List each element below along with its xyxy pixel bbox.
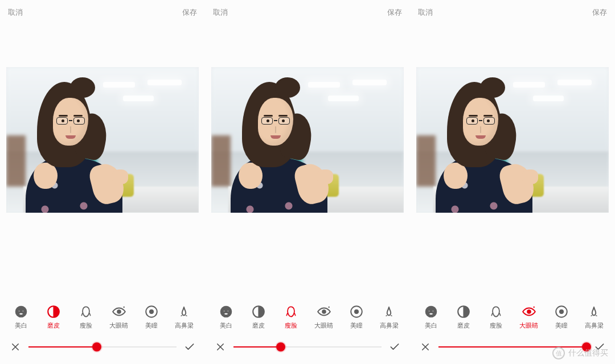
iris-icon — [349, 304, 364, 319]
confirm-icon[interactable] — [183, 341, 196, 353]
confirm-icon[interactable] — [388, 341, 401, 353]
beauty-tool-nose[interactable]: 高鼻梁 — [580, 304, 608, 330]
beauty-tool-smooth[interactable]: 磨皮 — [40, 304, 67, 330]
cancel-button[interactable]: 取消 — [8, 7, 23, 18]
beauty-tool-label: 美瞳 — [138, 321, 165, 330]
intensity-slider[interactable] — [233, 346, 382, 348]
beauty-tool-slim[interactable]: 瘦脸 — [72, 304, 100, 330]
beauty-tool-label: 美白 — [7, 321, 35, 330]
nose-icon — [382, 304, 396, 319]
slim-face-icon — [489, 304, 503, 319]
beauty-tool-label: 美瞳 — [548, 321, 575, 330]
beauty-tool-label: 磨皮 — [245, 321, 272, 330]
face-mask-icon — [219, 304, 233, 319]
slim-face-icon — [79, 304, 93, 319]
beauty-tool-label: 高鼻梁 — [375, 321, 403, 330]
editor-panel-3: 取消 保存 美白 — [410, 0, 615, 364]
beauty-tool-row: 美白 磨皮 瘦脸 大眼睛 美瞳 — [0, 304, 205, 330]
beauty-tool-pupil[interactable]: 美瞳 — [548, 304, 575, 330]
beauty-tool-label: 瘦脸 — [277, 321, 305, 330]
beauty-tool-eye[interactable]: 大眼睛 — [105, 304, 133, 330]
close-icon[interactable] — [9, 341, 22, 353]
beauty-tool-smooth[interactable]: 磨皮 — [450, 304, 477, 330]
editor-panel-1: 取消 保存 美白 — [0, 0, 205, 364]
face-mask-icon — [14, 304, 28, 319]
beauty-tool-label: 美白 — [417, 321, 445, 330]
photo-scene — [416, 67, 609, 213]
iris-icon — [144, 304, 159, 319]
beauty-tool-label: 瘦脸 — [482, 321, 510, 330]
beauty-tool-label: 磨皮 — [40, 321, 67, 330]
close-icon[interactable] — [419, 341, 432, 353]
contrast-icon — [46, 304, 61, 319]
save-button[interactable]: 保存 — [592, 7, 607, 18]
beauty-tool-slim[interactable]: 瘦脸 — [482, 304, 510, 330]
beauty-tool-nose[interactable]: 高鼻梁 — [375, 304, 403, 330]
eye-icon — [317, 304, 331, 319]
beauty-tool-eye[interactable]: 大眼睛 — [515, 304, 543, 330]
beauty-tool-pupil[interactable]: 美瞳 — [343, 304, 370, 330]
beauty-tool-slim[interactable]: 瘦脸 — [277, 304, 305, 330]
beauty-tool-eye[interactable]: 大眼睛 — [310, 304, 338, 330]
beauty-tool-label: 磨皮 — [450, 321, 477, 330]
nose-icon — [587, 304, 601, 319]
top-bar: 取消 保存 — [410, 0, 615, 20]
intensity-slider[interactable] — [28, 346, 177, 348]
beauty-tool-whiten[interactable]: 美白 — [417, 304, 445, 330]
top-bar: 取消 保存 — [0, 0, 205, 20]
intensity-slider-row — [205, 337, 410, 357]
photo-scene — [211, 67, 404, 213]
watermark-text: 什么值得买 — [568, 348, 608, 358]
save-button[interactable]: 保存 — [387, 7, 402, 18]
beauty-tool-smooth[interactable]: 磨皮 — [245, 304, 272, 330]
save-button[interactable]: 保存 — [182, 7, 197, 18]
triptych: 取消 保存 美白 — [0, 0, 615, 364]
watermark-badge: 值 — [552, 347, 565, 359]
beauty-tool-label: 高鼻梁 — [580, 321, 608, 330]
photo-preview[interactable] — [416, 67, 609, 213]
eye-icon — [522, 304, 536, 319]
photo-preview[interactable] — [6, 67, 199, 213]
contrast-icon — [456, 304, 471, 319]
photo-scene — [6, 67, 199, 213]
face-mask-icon — [424, 304, 438, 319]
nose-icon — [177, 304, 191, 319]
beauty-tool-label: 美瞳 — [343, 321, 370, 330]
beauty-tool-row: 美白 磨皮 瘦脸 大眼睛 美瞳 — [205, 304, 410, 330]
beauty-tool-label: 瘦脸 — [72, 321, 100, 330]
cancel-button[interactable]: 取消 — [418, 7, 433, 18]
beauty-tool-label: 高鼻梁 — [170, 321, 198, 330]
close-icon[interactable] — [214, 341, 227, 353]
eye-icon — [112, 304, 126, 319]
beauty-tool-nose[interactable]: 高鼻梁 — [170, 304, 198, 330]
cancel-button[interactable]: 取消 — [213, 7, 228, 18]
slim-face-icon — [284, 304, 298, 319]
iris-icon — [554, 304, 569, 319]
intensity-slider-row — [0, 337, 205, 357]
beauty-tool-label: 美白 — [212, 321, 240, 330]
beauty-tool-label: 大眼睛 — [515, 321, 543, 330]
beauty-tool-whiten[interactable]: 美白 — [212, 304, 240, 330]
beauty-tool-row: 美白 磨皮 瘦脸 大眼睛 美瞳 — [410, 304, 615, 330]
watermark: 值 什么值得买 — [552, 347, 608, 359]
photo-preview[interactable] — [211, 67, 404, 213]
beauty-tool-label: 大眼睛 — [310, 321, 338, 330]
top-bar: 取消 保存 — [205, 0, 410, 20]
contrast-icon — [251, 304, 266, 319]
beauty-tool-pupil[interactable]: 美瞳 — [138, 304, 165, 330]
beauty-tool-label: 大眼睛 — [105, 321, 133, 330]
beauty-tool-whiten[interactable]: 美白 — [7, 304, 35, 330]
editor-panel-2: 取消 保存 美白 — [205, 0, 410, 364]
